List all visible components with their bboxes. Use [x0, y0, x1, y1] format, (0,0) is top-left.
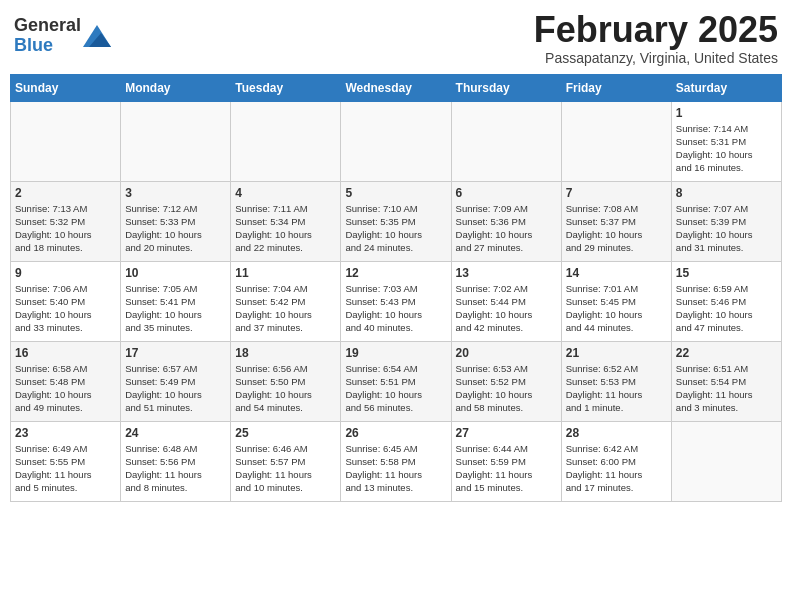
- day-info: Sunrise: 6:54 AM Sunset: 5:51 PM Dayligh…: [345, 362, 446, 415]
- calendar-cell: 28Sunrise: 6:42 AM Sunset: 6:00 PM Dayli…: [561, 421, 671, 501]
- day-number: 23: [15, 426, 116, 440]
- calendar-cell: 23Sunrise: 6:49 AM Sunset: 5:55 PM Dayli…: [11, 421, 121, 501]
- day-info: Sunrise: 7:12 AM Sunset: 5:33 PM Dayligh…: [125, 202, 226, 255]
- calendar-cell: 14Sunrise: 7:01 AM Sunset: 5:45 PM Dayli…: [561, 261, 671, 341]
- calendar-header-row: SundayMondayTuesdayWednesdayThursdayFrid…: [11, 74, 782, 101]
- weekday-header-saturday: Saturday: [671, 74, 781, 101]
- weekday-header-friday: Friday: [561, 74, 671, 101]
- day-number: 19: [345, 346, 446, 360]
- title-area: February 2025 Passapatanzy, Virginia, Un…: [534, 10, 778, 66]
- day-info: Sunrise: 6:45 AM Sunset: 5:58 PM Dayligh…: [345, 442, 446, 495]
- calendar-cell: 10Sunrise: 7:05 AM Sunset: 5:41 PM Dayli…: [121, 261, 231, 341]
- day-info: Sunrise: 7:02 AM Sunset: 5:44 PM Dayligh…: [456, 282, 557, 335]
- day-info: Sunrise: 6:52 AM Sunset: 5:53 PM Dayligh…: [566, 362, 667, 415]
- calendar-cell: 16Sunrise: 6:58 AM Sunset: 5:48 PM Dayli…: [11, 341, 121, 421]
- calendar-week-row: 1Sunrise: 7:14 AM Sunset: 5:31 PM Daylig…: [11, 101, 782, 181]
- calendar-cell: 7Sunrise: 7:08 AM Sunset: 5:37 PM Daylig…: [561, 181, 671, 261]
- day-info: Sunrise: 6:46 AM Sunset: 5:57 PM Dayligh…: [235, 442, 336, 495]
- day-info: Sunrise: 6:53 AM Sunset: 5:52 PM Dayligh…: [456, 362, 557, 415]
- day-number: 7: [566, 186, 667, 200]
- calendar-cell: 2Sunrise: 7:13 AM Sunset: 5:32 PM Daylig…: [11, 181, 121, 261]
- calendar-cell: [121, 101, 231, 181]
- calendar-cell: 9Sunrise: 7:06 AM Sunset: 5:40 PM Daylig…: [11, 261, 121, 341]
- calendar-week-row: 9Sunrise: 7:06 AM Sunset: 5:40 PM Daylig…: [11, 261, 782, 341]
- calendar-cell: 5Sunrise: 7:10 AM Sunset: 5:35 PM Daylig…: [341, 181, 451, 261]
- day-info: Sunrise: 7:11 AM Sunset: 5:34 PM Dayligh…: [235, 202, 336, 255]
- calendar-week-row: 2Sunrise: 7:13 AM Sunset: 5:32 PM Daylig…: [11, 181, 782, 261]
- day-info: Sunrise: 6:48 AM Sunset: 5:56 PM Dayligh…: [125, 442, 226, 495]
- day-number: 26: [345, 426, 446, 440]
- calendar-cell: 21Sunrise: 6:52 AM Sunset: 5:53 PM Dayli…: [561, 341, 671, 421]
- day-info: Sunrise: 7:07 AM Sunset: 5:39 PM Dayligh…: [676, 202, 777, 255]
- day-info: Sunrise: 7:14 AM Sunset: 5:31 PM Dayligh…: [676, 122, 777, 175]
- day-number: 14: [566, 266, 667, 280]
- day-info: Sunrise: 7:09 AM Sunset: 5:36 PM Dayligh…: [456, 202, 557, 255]
- day-number: 10: [125, 266, 226, 280]
- calendar-cell: 3Sunrise: 7:12 AM Sunset: 5:33 PM Daylig…: [121, 181, 231, 261]
- day-info: Sunrise: 6:42 AM Sunset: 6:00 PM Dayligh…: [566, 442, 667, 495]
- day-info: Sunrise: 7:03 AM Sunset: 5:43 PM Dayligh…: [345, 282, 446, 335]
- day-info: Sunrise: 6:59 AM Sunset: 5:46 PM Dayligh…: [676, 282, 777, 335]
- calendar-cell: [11, 101, 121, 181]
- day-info: Sunrise: 6:58 AM Sunset: 5:48 PM Dayligh…: [15, 362, 116, 415]
- calendar-cell: [341, 101, 451, 181]
- weekday-header-monday: Monday: [121, 74, 231, 101]
- day-number: 2: [15, 186, 116, 200]
- logo-icon: [83, 25, 111, 47]
- calendar-cell: 13Sunrise: 7:02 AM Sunset: 5:44 PM Dayli…: [451, 261, 561, 341]
- day-number: 4: [235, 186, 336, 200]
- day-info: Sunrise: 7:01 AM Sunset: 5:45 PM Dayligh…: [566, 282, 667, 335]
- weekday-header-thursday: Thursday: [451, 74, 561, 101]
- day-number: 5: [345, 186, 446, 200]
- day-info: Sunrise: 7:04 AM Sunset: 5:42 PM Dayligh…: [235, 282, 336, 335]
- weekday-header-sunday: Sunday: [11, 74, 121, 101]
- calendar-cell: 12Sunrise: 7:03 AM Sunset: 5:43 PM Dayli…: [341, 261, 451, 341]
- day-info: Sunrise: 6:57 AM Sunset: 5:49 PM Dayligh…: [125, 362, 226, 415]
- calendar-cell: 4Sunrise: 7:11 AM Sunset: 5:34 PM Daylig…: [231, 181, 341, 261]
- calendar-cell: 1Sunrise: 7:14 AM Sunset: 5:31 PM Daylig…: [671, 101, 781, 181]
- day-info: Sunrise: 6:44 AM Sunset: 5:59 PM Dayligh…: [456, 442, 557, 495]
- day-info: Sunrise: 7:08 AM Sunset: 5:37 PM Dayligh…: [566, 202, 667, 255]
- calendar-cell: 26Sunrise: 6:45 AM Sunset: 5:58 PM Dayli…: [341, 421, 451, 501]
- day-number: 18: [235, 346, 336, 360]
- calendar-week-row: 23Sunrise: 6:49 AM Sunset: 5:55 PM Dayli…: [11, 421, 782, 501]
- day-number: 13: [456, 266, 557, 280]
- day-number: 1: [676, 106, 777, 120]
- day-info: Sunrise: 7:13 AM Sunset: 5:32 PM Dayligh…: [15, 202, 116, 255]
- calendar-subtitle: Passapatanzy, Virginia, United States: [534, 50, 778, 66]
- calendar-cell: 22Sunrise: 6:51 AM Sunset: 5:54 PM Dayli…: [671, 341, 781, 421]
- calendar-cell: 15Sunrise: 6:59 AM Sunset: 5:46 PM Dayli…: [671, 261, 781, 341]
- calendar-week-row: 16Sunrise: 6:58 AM Sunset: 5:48 PM Dayli…: [11, 341, 782, 421]
- day-info: Sunrise: 7:06 AM Sunset: 5:40 PM Dayligh…: [15, 282, 116, 335]
- calendar-cell: [451, 101, 561, 181]
- day-info: Sunrise: 7:05 AM Sunset: 5:41 PM Dayligh…: [125, 282, 226, 335]
- day-number: 20: [456, 346, 557, 360]
- day-number: 17: [125, 346, 226, 360]
- calendar-cell: 20Sunrise: 6:53 AM Sunset: 5:52 PM Dayli…: [451, 341, 561, 421]
- day-info: Sunrise: 7:10 AM Sunset: 5:35 PM Dayligh…: [345, 202, 446, 255]
- calendar-cell: 17Sunrise: 6:57 AM Sunset: 5:49 PM Dayli…: [121, 341, 231, 421]
- day-number: 24: [125, 426, 226, 440]
- calendar-cell: [231, 101, 341, 181]
- calendar-cell: 19Sunrise: 6:54 AM Sunset: 5:51 PM Dayli…: [341, 341, 451, 421]
- calendar-table: SundayMondayTuesdayWednesdayThursdayFrid…: [10, 74, 782, 502]
- day-info: Sunrise: 6:51 AM Sunset: 5:54 PM Dayligh…: [676, 362, 777, 415]
- calendar-cell: [561, 101, 671, 181]
- logo-blue-text: Blue: [14, 35, 53, 55]
- header: General Blue February 2025 Passapatanzy,…: [10, 10, 782, 66]
- day-number: 3: [125, 186, 226, 200]
- calendar-cell: 18Sunrise: 6:56 AM Sunset: 5:50 PM Dayli…: [231, 341, 341, 421]
- weekday-header-wednesday: Wednesday: [341, 74, 451, 101]
- day-number: 22: [676, 346, 777, 360]
- day-number: 12: [345, 266, 446, 280]
- day-number: 11: [235, 266, 336, 280]
- day-number: 8: [676, 186, 777, 200]
- calendar-cell: 27Sunrise: 6:44 AM Sunset: 5:59 PM Dayli…: [451, 421, 561, 501]
- calendar-cell: 8Sunrise: 7:07 AM Sunset: 5:39 PM Daylig…: [671, 181, 781, 261]
- day-number: 28: [566, 426, 667, 440]
- weekday-header-tuesday: Tuesday: [231, 74, 341, 101]
- day-number: 16: [15, 346, 116, 360]
- calendar-cell: [671, 421, 781, 501]
- calendar-cell: 24Sunrise: 6:48 AM Sunset: 5:56 PM Dayli…: [121, 421, 231, 501]
- day-number: 9: [15, 266, 116, 280]
